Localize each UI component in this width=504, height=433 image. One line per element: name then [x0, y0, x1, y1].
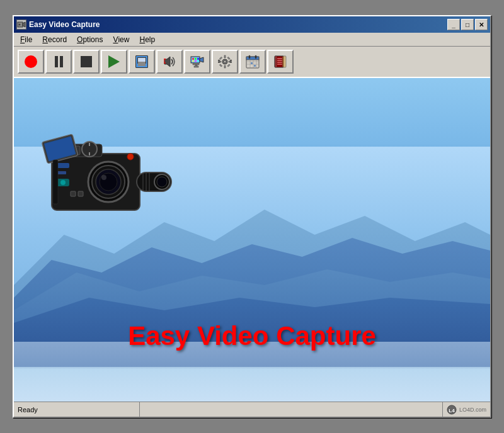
play-icon [108, 55, 120, 68]
svg-rect-27 [219, 64, 222, 67]
watermark-text: LO4D.com [459, 407, 486, 413]
svg-marker-3 [164, 57, 170, 67]
svg-rect-45 [275, 56, 277, 67]
menu-bar: File Record Options View Help [14, 33, 490, 47]
toolbar [14, 47, 490, 78]
svg-rect-34 [246, 57, 259, 60]
status-bar: Ready L4 LO4D.com [14, 402, 490, 417]
svg-rect-31 [230, 60, 232, 61]
svg-text:L4: L4 [449, 408, 455, 413]
app-icon [16, 20, 26, 30]
window-title: Easy Video Capture [29, 20, 445, 29]
svg-rect-25 [219, 57, 222, 59]
capture-settings-icon [218, 55, 232, 69]
svg-rect-17 [195, 65, 197, 66]
stop-icon [81, 56, 92, 67]
svg-rect-28 [227, 64, 230, 67]
schedule-icon [246, 55, 260, 69]
menu-view[interactable]: View [108, 33, 134, 46]
stop-button[interactable] [73, 50, 100, 74]
svg-rect-21 [224, 55, 226, 58]
video-effects-icon [190, 55, 204, 69]
svg-rect-43 [254, 65, 256, 67]
svg-rect-22 [224, 65, 226, 68]
svg-rect-12 [197, 58, 199, 60]
camera-image [39, 128, 178, 229]
audio-icon [163, 55, 176, 69]
svg-rect-77 [57, 163, 69, 168]
svg-point-80 [60, 180, 66, 185]
main-window: Easy Video Capture _ □ ✕ File Record Opt… [13, 15, 491, 418]
save-icon [135, 55, 148, 68]
status-middle [140, 402, 443, 417]
menu-record[interactable]: Record [37, 33, 72, 46]
svg-rect-83 [78, 191, 83, 196]
svg-rect-18 [194, 66, 198, 67]
svg-rect-84 [53, 160, 58, 204]
pause-button[interactable] [45, 50, 72, 74]
svg-rect-13 [192, 60, 194, 62]
svg-rect-11 [195, 58, 197, 60]
svg-point-67 [101, 175, 106, 180]
svg-rect-14 [195, 60, 197, 62]
pause-icon [55, 56, 63, 67]
minimize-button[interactable]: _ [447, 19, 460, 30]
record-icon [25, 55, 37, 68]
svg-rect-29 [218, 60, 220, 61]
svg-marker-9 [200, 57, 203, 62]
status-watermark: L4 LO4D.com [443, 403, 490, 416]
video-title-text: Easy Video Capture [14, 321, 490, 351]
status-text: Ready [14, 402, 140, 417]
record-button[interactable] [18, 50, 44, 74]
play-button[interactable] [101, 50, 127, 74]
window-controls: _ □ ✕ [447, 19, 488, 30]
close-button[interactable]: ✕ [475, 19, 488, 30]
svg-rect-16 [193, 64, 199, 65]
svg-point-70 [157, 177, 167, 187]
svg-rect-30 [218, 62, 220, 63]
svg-rect-36 [255, 55, 256, 59]
video-effects-button[interactable] [184, 50, 210, 74]
menu-file[interactable]: File [15, 33, 37, 46]
maximize-button[interactable]: □ [461, 19, 474, 30]
schedule-button[interactable] [239, 50, 266, 74]
video-preview: Easy Video Capture [14, 78, 490, 402]
svg-point-20 [224, 60, 226, 63]
watermark-icon: L4 [447, 405, 457, 415]
title-bar: Easy Video Capture _ □ ✕ [14, 16, 490, 33]
svg-rect-15 [197, 60, 199, 62]
save-button[interactable] [129, 50, 155, 74]
svg-rect-35 [249, 55, 250, 59]
svg-rect-32 [230, 62, 232, 63]
svg-point-2 [19, 24, 21, 26]
menu-help[interactable]: Help [134, 33, 160, 46]
svg-marker-1 [23, 22, 25, 27]
svg-rect-50 [282, 56, 286, 67]
svg-rect-10 [192, 58, 194, 60]
menu-options[interactable]: Options [72, 33, 108, 46]
svg-rect-82 [71, 191, 76, 196]
capture-settings-button[interactable] [212, 50, 238, 74]
audio-button[interactable] [156, 50, 183, 74]
help-icon [273, 55, 287, 69]
help-button[interactable] [267, 50, 294, 74]
svg-rect-26 [227, 57, 230, 59]
svg-rect-42 [251, 62, 253, 64]
svg-point-81 [127, 154, 134, 160]
